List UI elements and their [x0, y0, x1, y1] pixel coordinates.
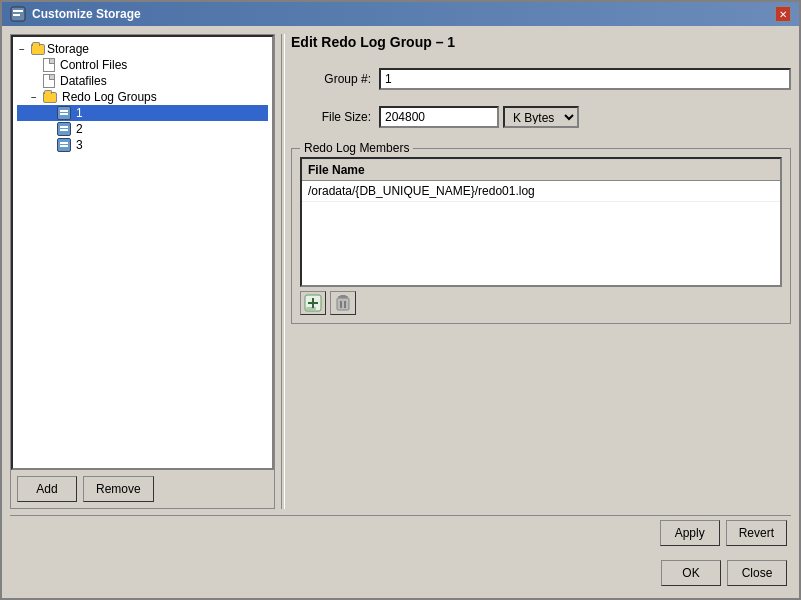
group-number-row: Group #: [291, 68, 791, 90]
window-body: − Storage Control Files Datafil [2, 26, 799, 598]
tree-label-redo-groups: Redo Log Groups [62, 90, 157, 104]
file-icon-cf [43, 58, 55, 72]
tree-item-redo-groups[interactable]: − Redo Log Groups [17, 89, 268, 105]
tree-item-datafiles[interactable]: Datafiles [17, 73, 268, 89]
edit-section-title: Edit Redo Log Group – 1 [291, 34, 791, 50]
log-icon-1 [57, 106, 71, 120]
add-member-button[interactable] [300, 291, 326, 315]
file-size-label: File Size: [291, 110, 371, 124]
tree-item-redo-2[interactable]: 2 [17, 121, 268, 137]
tree-item-control-files[interactable]: Control Files [17, 57, 268, 73]
apply-revert-bar: Apply Revert [10, 515, 791, 550]
tree-toggle-cf [31, 60, 41, 71]
title-bar: Customize Storage ✕ [2, 2, 799, 26]
table-row[interactable]: /oradata/{DB_UNIQUE_NAME}/redo01.log [302, 181, 780, 202]
tree-toggle-df [31, 76, 41, 87]
tree-toggle-r2 [45, 124, 55, 135]
remove-button[interactable]: Remove [83, 476, 154, 502]
folder-icon [31, 44, 45, 55]
apply-button[interactable]: Apply [660, 520, 720, 546]
tree-label-storage: Storage [47, 42, 89, 56]
file-size-group: K Bytes M Bytes G Bytes [379, 106, 791, 128]
file-size-row: File Size: K Bytes M Bytes G Bytes [291, 106, 791, 128]
tree-toggle-r3 [45, 140, 55, 151]
tree-toggle-storage[interactable]: − [19, 44, 29, 55]
title-bar-left: Customize Storage [10, 6, 141, 22]
redo-log-members-group: Redo Log Members File Name /oradata/{DB_… [291, 148, 791, 324]
ok-button[interactable]: OK [661, 560, 721, 586]
revert-button[interactable]: Revert [726, 520, 787, 546]
svg-rect-2 [13, 14, 20, 16]
app-icon [10, 6, 26, 22]
add-button[interactable]: Add [17, 476, 77, 502]
svg-rect-1 [13, 10, 23, 12]
svg-rect-8 [340, 295, 346, 297]
tree-label-redo-2: 2 [76, 122, 83, 136]
main-window: Customize Storage ✕ − Storage [0, 0, 801, 600]
ok-close-bar: OK Close [10, 556, 791, 590]
delete-member-icon [334, 294, 352, 312]
storage-tree[interactable]: − Storage Control Files Datafil [11, 35, 274, 470]
window-title: Customize Storage [32, 7, 141, 21]
table-toolbar [300, 291, 782, 315]
file-icon-df [43, 74, 55, 88]
right-panel: Edit Redo Log Group – 1 Group #: File Si… [291, 34, 791, 509]
file-size-input[interactable] [379, 106, 499, 128]
add-member-icon [304, 294, 322, 312]
tree-toggle-redo[interactable]: − [31, 92, 41, 103]
tree-label-datafiles: Datafiles [60, 74, 107, 88]
group-label: Group #: [291, 72, 371, 86]
group-number-input[interactable] [379, 68, 791, 90]
redo-log-table[interactable]: File Name /oradata/{DB_UNIQUE_NAME}/redo… [300, 157, 782, 287]
left-panel: − Storage Control Files Datafil [10, 34, 275, 509]
tree-item-storage[interactable]: − Storage [17, 41, 268, 57]
svg-rect-6 [306, 307, 316, 310]
panel-divider [281, 34, 285, 509]
tree-label-control-files: Control Files [60, 58, 127, 72]
folder-icon-redo [43, 92, 57, 103]
main-content: − Storage Control Files Datafil [10, 34, 791, 509]
tree-toggle-r1 [45, 108, 55, 119]
log-icon-2 [57, 122, 71, 136]
tree-item-redo-1[interactable]: 1 [17, 105, 268, 121]
tree-item-redo-3[interactable]: 3 [17, 137, 268, 153]
left-button-bar: Add Remove [11, 470, 274, 508]
redo-log-members-title: Redo Log Members [300, 141, 413, 155]
file-size-unit-select[interactable]: K Bytes M Bytes G Bytes [503, 106, 579, 128]
delete-member-button[interactable] [330, 291, 356, 315]
close-window-button[interactable]: ✕ [775, 6, 791, 22]
tree-label-redo-1: 1 [76, 106, 83, 120]
tree-label-redo-3: 3 [76, 138, 83, 152]
log-icon-3 [57, 138, 71, 152]
close-button[interactable]: Close [727, 560, 787, 586]
table-header-filename: File Name [302, 159, 780, 181]
svg-rect-9 [337, 298, 349, 310]
